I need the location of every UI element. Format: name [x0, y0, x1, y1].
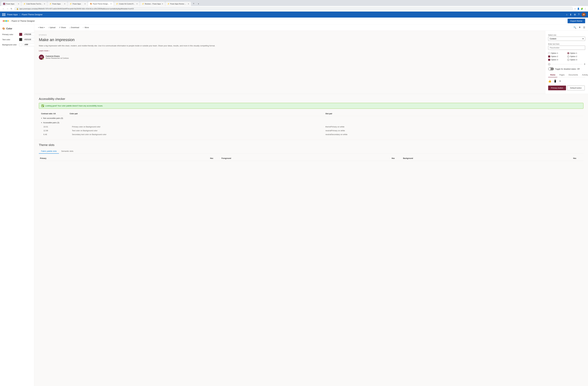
- tab-activity[interactable]: Activity: [580, 73, 588, 77]
- non-accessible-group[interactable]: ▾ Non accessible pairs (0): [39, 116, 584, 120]
- accessibility-section: Accessibility checker ✅ Looking good! Yo…: [34, 94, 588, 140]
- toolbar-right-icons: 🔍 ▼ ☰: [573, 25, 586, 29]
- back-button[interactable]: ←: [2, 7, 5, 10]
- background-color-input[interactable]: [23, 43, 35, 46]
- home-icon[interactable]: ⌂: [566, 13, 567, 16]
- settings-icon[interactable]: ⚙: [574, 13, 576, 16]
- tab-home[interactable]: Home: [548, 73, 557, 77]
- default-button[interactable]: Default button: [567, 86, 585, 90]
- reload-button[interactable]: ↻: [10, 7, 13, 10]
- tab-favicon-6: ⚡: [116, 3, 118, 5]
- group-collapse-icon-2: ▾: [41, 122, 42, 124]
- extensions-icon[interactable]: 🧩: [581, 8, 583, 10]
- primary-color-swatch[interactable]: [19, 33, 22, 36]
- filter-icon[interactable]: ▼: [578, 25, 581, 29]
- slider-track[interactable]: [548, 64, 582, 64]
- tab-close-8[interactable]: ✕: [188, 3, 189, 5]
- thumbup-icon[interactable]: 👍: [548, 80, 551, 83]
- app-title: Power Apps: [7, 13, 18, 16]
- text-color-input[interactable]: [23, 38, 35, 41]
- tab-close-3[interactable]: ✕: [64, 3, 65, 5]
- browser-tab-8[interactable]: ⚡ Power Apps Review Tool ... ✕: [165, 2, 191, 6]
- person-card: CE Cameron Evans Senior Researcher at Co…: [39, 55, 541, 60]
- browser-tab-3[interactable]: ⚡ Power Apps ✕: [47, 2, 67, 6]
- learn-more-link[interactable]: Learn more ›: [39, 50, 541, 52]
- primary-color-input[interactable]: [23, 33, 35, 36]
- toolbar: + New ▾ ↑ Upload ↗ Share ↓ Download ··· …: [34, 24, 588, 31]
- browser-tab-7[interactable]: ⚡ Reviews – Power Apps ✕: [140, 2, 165, 6]
- search-icon[interactable]: 🔍: [573, 25, 577, 29]
- browser-chrome: ⚡ Power Apps ✕ ⚡ Code Review Tool Experi…: [0, 0, 588, 12]
- sidebar-title-text: Color: [6, 27, 12, 30]
- url-bar[interactable]: 🔒 apps.powerapps.com/play/2f6b0e93-7676-…: [14, 7, 573, 11]
- phone-icon[interactable]: 📱: [554, 80, 557, 83]
- tab-close-4[interactable]: ✕: [84, 3, 86, 5]
- browser-tab-2[interactable]: ⚡ Code Review Tool Experim... ✕: [21, 2, 47, 6]
- checkbox-1[interactable]: [548, 52, 550, 54]
- radio-1[interactable]: [567, 52, 569, 54]
- download-header-icon[interactable]: ⬇: [570, 13, 572, 16]
- success-message: Looking good! Your color palette doesn't…: [45, 105, 103, 107]
- text-input-field[interactable]: [548, 46, 585, 50]
- color-pair-cell-1: Primary color on Background color: [72, 126, 325, 128]
- checkbox-3[interactable]: [548, 59, 550, 61]
- tab-close-5[interactable]: ✕: [110, 3, 112, 5]
- nav-tabs: Home Pages Documents Activity: [548, 73, 585, 77]
- accessible-label: Accessible pairs (3): [43, 121, 59, 124]
- tab-favicon-4: ⚡: [70, 3, 72, 5]
- app-header-left: Power Apps | Fluent Theme Designer: [2, 13, 42, 16]
- options-grid: Option 1 Option 1 Option 2 Option 2: [548, 52, 585, 61]
- radio-option-2: Option 2: [567, 55, 585, 58]
- slider-row: 0: [548, 63, 585, 65]
- text-color-swatch[interactable]: [19, 38, 22, 41]
- bookmark-icon[interactable]: ☆: [574, 8, 576, 10]
- more-options-icon[interactable]: ⋮: [584, 8, 586, 10]
- radio-3[interactable]: [567, 59, 569, 61]
- help-icon[interactable]: ?: [578, 13, 579, 16]
- tab-close-1[interactable]: ✕: [18, 3, 19, 5]
- new-tab-button[interactable]: +: [191, 1, 196, 6]
- slider-thumb[interactable]: [548, 63, 550, 65]
- background-color-swatch[interactable]: [19, 43, 22, 46]
- download-button[interactable]: ↓ Download: [68, 25, 81, 29]
- person-info: Cameron Evans Senior Researcher at Conto…: [46, 55, 69, 59]
- select-dropdown[interactable]: Content ▾: [548, 37, 585, 41]
- more-button[interactable]: ··· More: [81, 25, 90, 29]
- tab-close-2[interactable]: ✕: [44, 3, 45, 5]
- new-button[interactable]: + New ▾: [37, 25, 46, 29]
- main-layout: 🎨 Color Primary color Text color Backgro…: [0, 24, 588, 386]
- tab-list-button[interactable]: ▾: [196, 2, 201, 6]
- accessible-group[interactable]: ▾ Accessible pairs (3): [39, 120, 584, 125]
- share-button[interactable]: ↗ Share: [57, 25, 67, 29]
- radio-label-3: Option 3: [570, 59, 577, 61]
- semantic-slots-tab[interactable]: Semantic slots: [59, 149, 76, 154]
- checkbox-2[interactable]: [548, 56, 550, 58]
- tab-documents[interactable]: Documents: [567, 73, 580, 77]
- tab-label-5: Fluent Theme Designer -...: [93, 3, 109, 5]
- browser-tab-1[interactable]: ⚡ Power Apps ✕: [1, 2, 21, 6]
- forward-button[interactable]: →: [6, 7, 9, 10]
- tab-favicon-2: ⚡: [23, 3, 25, 5]
- fabric-palette-tab[interactable]: Fabric palette slots: [39, 149, 59, 154]
- text-input-label: Enter text here: [548, 43, 585, 45]
- tab-label-8: Power Apps Review Tool ...: [170, 3, 187, 5]
- col-foreground: Foreground: [220, 157, 390, 160]
- export-theme-button[interactable]: Export theme: [567, 19, 585, 23]
- profile-icon[interactable]: 👤: [577, 8, 580, 10]
- radio-2[interactable]: [567, 56, 569, 58]
- upload-button[interactable]: ↑ Upload: [47, 25, 57, 29]
- tab-pages[interactable]: Pages: [557, 73, 567, 77]
- tab-close-6[interactable]: ✕: [136, 3, 138, 5]
- browser-tab-5[interactable]: 🎨 Fluent Theme Designer -... ✕: [88, 2, 114, 6]
- waffle-menu-icon[interactable]: [2, 13, 5, 16]
- settings2-icon[interactable]: ✳: [559, 80, 561, 83]
- browser-tab-4[interactable]: ⚡ Power Apps ✕: [68, 2, 88, 6]
- user-avatar[interactable]: JD: [582, 13, 586, 17]
- theme-slots-title: Theme slots: [39, 143, 584, 147]
- primary-button[interactable]: Primary button: [548, 86, 566, 90]
- toggle-switch[interactable]: [548, 67, 554, 70]
- browser-tab-6[interactable]: ⚡ Creator Kit Control Refere... ✕: [114, 2, 140, 6]
- tab-close-7[interactable]: ✕: [162, 3, 163, 5]
- color-palette-icon: 🎨: [2, 27, 5, 30]
- layout-icon[interactable]: ☰: [583, 25, 586, 29]
